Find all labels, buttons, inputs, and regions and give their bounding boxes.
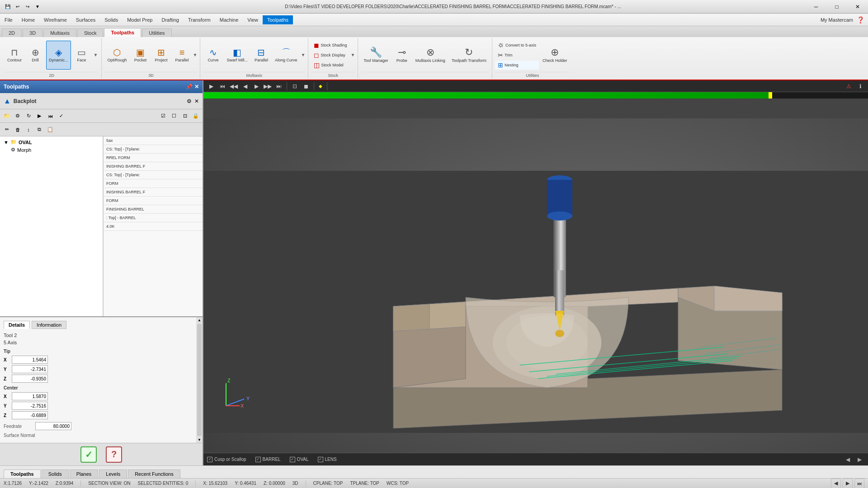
undo-quick-btn[interactable]: ↩ xyxy=(14,3,22,11)
ribbon-tab-multiaxis[interactable]: Multiaxis xyxy=(43,28,76,37)
ribbon-tab-2d[interactable]: 2D xyxy=(2,28,22,37)
parallel-3d-button[interactable]: ≡ Parallel xyxy=(172,41,192,70)
restore-button[interactable]: □ xyxy=(826,0,847,14)
help-button[interactable]: ? xyxy=(106,446,122,463)
details-tab-information[interactable]: Information xyxy=(32,321,66,329)
scroll-up-btn[interactable]: ▲ xyxy=(197,317,202,323)
redo-quick-btn[interactable]: ↪ xyxy=(24,3,32,11)
stock-expand-btn[interactable]: ▼ xyxy=(350,52,355,57)
toggle-btn[interactable]: ⊡ xyxy=(180,111,190,121)
menu-transform[interactable]: Transform xyxy=(184,15,215,24)
viewport-scroll-right[interactable]: ▶ xyxy=(854,455,864,465)
menu-machine[interactable]: Machine xyxy=(215,15,243,24)
move-btn[interactable]: ↕ xyxy=(24,125,33,135)
info-btn[interactable]: ℹ xyxy=(855,81,865,91)
tool-manager-button[interactable]: 🔧 Tool Manager xyxy=(361,41,391,70)
close-button[interactable]: ✕ xyxy=(847,0,868,14)
delete-btn[interactable]: 🗑 xyxy=(13,125,23,135)
menu-modelprep[interactable]: Model Prep xyxy=(123,15,157,24)
pocket-button[interactable]: ▣ Pocket xyxy=(130,41,150,70)
optirough-button[interactable]: ⬡ OptiRough xyxy=(104,41,129,70)
panel-close2-icon[interactable]: ✕ xyxy=(194,98,199,104)
up-arrow-btn[interactable]: ▲ xyxy=(4,97,11,105)
properties-btn[interactable]: ⚙ xyxy=(13,111,23,121)
viewport-scroll-left[interactable]: ◀ xyxy=(843,455,853,465)
op-item-2[interactable]: RREL FORM xyxy=(104,154,203,162)
swarf-button[interactable]: ◧ Swarf Mill... xyxy=(224,41,250,70)
scroll-down-btn[interactable]: ▼ xyxy=(197,437,202,443)
viewport[interactable]: ▶ ⏮ ◀◀ ◀ ▶ ▶▶ ⏭ ⊡ ◼ ◆ ⚠ ℹ xyxy=(203,80,868,465)
deselect-btn[interactable]: ☐ xyxy=(169,111,179,121)
backplot-btn[interactable]: ⏮ xyxy=(45,111,55,121)
tree-item-morph[interactable]: ⚙ Morph xyxy=(2,146,101,154)
along-curve-button[interactable]: ⌒ Along Curve xyxy=(272,41,300,70)
oval-status[interactable]: ✓ OVAL xyxy=(290,457,309,462)
tab-levels[interactable]: Levels xyxy=(99,469,127,478)
barrel-status[interactable]: ✓ BARREL xyxy=(255,457,281,462)
select-all-btn[interactable]: ☑ xyxy=(158,111,168,121)
nesting-button[interactable]: ⊞ Nesting xyxy=(495,61,539,70)
lens-status[interactable]: ✓ LENS xyxy=(318,457,337,462)
regenerate-btn[interactable]: ↻ xyxy=(24,111,33,121)
step-fwd-btn[interactable]: ⏭ xyxy=(274,81,284,91)
op-item-0[interactable]: 5ax xyxy=(104,136,203,145)
shaded-btn[interactable]: ◼ xyxy=(301,81,311,91)
drill-button[interactable]: ⊕ Drill xyxy=(25,41,45,70)
op-item-8[interactable]: FINISHING BARREL xyxy=(104,205,203,214)
face-button[interactable]: ▭ Face xyxy=(72,41,92,70)
next-frame-btn[interactable]: ▶▶ xyxy=(263,81,273,91)
project-button[interactable]: ⊞ Project xyxy=(151,41,171,70)
window-controls[interactable]: ─ □ ✕ xyxy=(806,0,868,14)
menu-drafting[interactable]: Drafting xyxy=(157,15,184,24)
op-item-4[interactable]: CS: Top] - [Tplane: xyxy=(104,171,203,179)
simulate-btn[interactable]: ▶ xyxy=(34,111,44,121)
multiaxis-expand-btn[interactable]: ▼ xyxy=(301,52,305,57)
3d-expand-btn[interactable]: ▼ xyxy=(193,52,197,57)
tip-z-input[interactable] xyxy=(12,375,48,383)
status-next-btn[interactable]: ▶ xyxy=(843,479,853,488)
tip-x-input[interactable] xyxy=(12,356,48,364)
customize-quick-btn[interactable]: ▼ xyxy=(33,3,42,11)
tab-planes[interactable]: Planes xyxy=(70,469,99,478)
menu-wireframe[interactable]: Wireframe xyxy=(39,15,71,24)
paste-btn[interactable]: 📋 xyxy=(45,125,55,135)
multiaxis-linking-button[interactable]: ⊗ Multiaxis Linking xyxy=(413,41,448,70)
center-y-input[interactable] xyxy=(12,402,48,410)
operation-list[interactable]: 5ax CS: Top] - [Tplane: RREL FORM INISHI… xyxy=(103,136,203,316)
ribbon-tab-3d[interactable]: 3D xyxy=(23,28,42,37)
details-tab-details[interactable]: Details xyxy=(4,321,30,329)
center-x-input[interactable] xyxy=(12,392,48,400)
play-btn[interactable]: ▶ xyxy=(206,81,216,91)
op-item-1[interactable]: CS: Top] - [Tplane: xyxy=(104,145,203,154)
stock-model-button[interactable]: ◫ Stock Model xyxy=(311,61,349,70)
menu-toolpaths[interactable]: Toolpaths xyxy=(263,15,293,24)
probe-button[interactable]: ⊸ Probe xyxy=(392,41,412,70)
verify-btn[interactable]: ✓ xyxy=(56,111,66,121)
new-group-btn[interactable]: 📁 xyxy=(2,111,12,121)
copy-btn[interactable]: ⧉ xyxy=(34,125,44,135)
minimize-button[interactable]: ─ xyxy=(806,0,826,14)
2d-expand-btn[interactable]: ▼ xyxy=(93,52,99,57)
tab-solids[interactable]: Solids xyxy=(42,469,69,478)
curve-button[interactable]: ∿ Curve xyxy=(203,41,223,70)
stock-shading-button[interactable]: ◼ Stock Shading xyxy=(311,41,349,50)
next-step-btn[interactable]: ▶ xyxy=(251,81,261,91)
progress-handle[interactable] xyxy=(769,92,772,99)
quick-access-toolbar[interactable]: 💾 ↩ ↪ ▼ xyxy=(4,3,42,11)
ribbon-tab-utilities[interactable]: Utilities xyxy=(142,28,171,37)
toolpath-transform-button[interactable]: ↻ Toolpath Transform xyxy=(449,41,489,70)
menu-home[interactable]: Home xyxy=(17,15,39,24)
center-z-input[interactable] xyxy=(12,411,48,419)
help-icon[interactable]: ❓ xyxy=(857,16,864,23)
op-item-9[interactable]: : Top] - BARREL xyxy=(104,214,203,222)
feedrate-input[interactable] xyxy=(35,422,71,430)
save-quick-btn[interactable]: 💾 xyxy=(4,3,12,11)
3d-scene[interactable]: Y Z X 0.8879 in Inch xyxy=(203,118,868,465)
check-holder-button[interactable]: ⊕ Check Holder xyxy=(540,41,570,70)
lock-btn[interactable]: 🔒 xyxy=(191,111,201,121)
op-item-10[interactable]: 4.0K xyxy=(104,222,203,231)
cusp-scallop-status[interactable]: ✓ Cusp or Scallop xyxy=(207,457,246,462)
op-item-6[interactable]: INISHING BARREL F xyxy=(104,188,203,197)
toolpath-tree[interactable]: ▼ 📁 OVAL ⚙ Morph xyxy=(0,136,103,316)
step-back-btn[interactable]: ⏮ xyxy=(217,81,227,91)
